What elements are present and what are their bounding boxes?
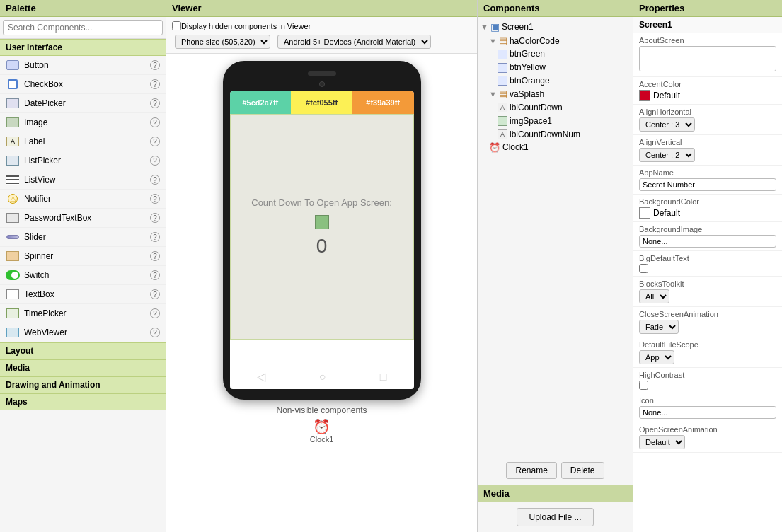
- passwordtextbox-help[interactable]: ?: [150, 213, 160, 223]
- android-version-select[interactable]: Android 5+ Devices (Android Material): [277, 35, 431, 49]
- hidden-components-checkbox[interactable]: [172, 21, 181, 30]
- prop-closescreenanimation-select[interactable]: Fade: [639, 320, 679, 334]
- palette-item-button[interactable]: Button ?: [0, 56, 166, 75]
- prop-bigdefaulttext: BigDefaultText: [633, 251, 782, 277]
- folder-icon: ▤: [499, 35, 507, 46]
- recent-btn[interactable]: □: [380, 371, 387, 383]
- tree-vasplash[interactable]: ▼ ▤ vaSplash: [478, 87, 633, 100]
- palette-item-timepicker[interactable]: TimePicker ?: [0, 304, 166, 323]
- prop-aboutscreen-input[interactable]: [639, 46, 776, 71]
- home-btn[interactable]: ○: [319, 371, 326, 383]
- webviewer-help[interactable]: ?: [150, 328, 160, 337]
- prop-highcontrast-checkbox[interactable]: [639, 381, 648, 390]
- palette-item-image[interactable]: Image ?: [0, 113, 166, 132]
- datepicker-help[interactable]: ?: [150, 98, 160, 108]
- prop-alignhorizontal-label: AlignHorizontal: [639, 108, 776, 116]
- prop-accentcolor-row: Default: [639, 90, 776, 101]
- palette-item-passwordtextbox[interactable]: PasswordTextBox ?: [0, 209, 166, 228]
- slider-help[interactable]: ?: [150, 232, 160, 242]
- palette-item-label[interactable]: A Label ?: [0, 132, 166, 151]
- prop-accentcolor: AccentColor Default: [633, 77, 782, 105]
- switch-help[interactable]: ?: [150, 270, 160, 280]
- tree-vasplash-label: vaSplash: [510, 89, 544, 99]
- palette-item-listview[interactable]: ListView ?: [0, 170, 166, 190]
- image-help[interactable]: ?: [150, 117, 160, 127]
- btn-yellow[interactable]: #fcf055ff: [291, 91, 352, 114]
- tree-hacolorcode[interactable]: ▼ ▤ haColorCode: [478, 34, 633, 47]
- tree-screen1-label: Screen1: [502, 22, 534, 32]
- label-icon: A: [6, 134, 20, 149]
- back-btn[interactable]: ◁: [257, 370, 265, 383]
- tree-hacolorcode-label: haColorCode: [510, 36, 560, 46]
- rename-button[interactable]: Rename: [506, 462, 556, 479]
- viewer-panel: Viewer Display hidden components in View…: [166, 0, 478, 532]
- palette-item-datepicker-label: DatePicker: [24, 98, 150, 108]
- tree-lblcountdown-label: lblCountDown: [510, 103, 563, 112]
- delete-button[interactable]: Delete: [561, 462, 604, 479]
- prop-backgroundimage-input[interactable]: [639, 235, 776, 248]
- timepicker-help[interactable]: ?: [150, 308, 160, 318]
- prop-bigdefaulttext-checkbox[interactable]: [639, 264, 648, 273]
- listview-help[interactable]: ?: [150, 175, 160, 185]
- tree-clock1[interactable]: ⏰ Clock1: [478, 141, 633, 154]
- tree-lblcountdownnum[interactable]: A lblCountDownNum: [478, 127, 633, 141]
- clock1-label: Clock1: [276, 435, 367, 444]
- tree-btnyellow[interactable]: btnYellow: [478, 61, 633, 74]
- notifier-help[interactable]: ?: [150, 194, 160, 204]
- search-input[interactable]: [3, 20, 163, 35]
- palette-header: Palette: [0, 0, 166, 17]
- palette-item-notifier[interactable]: ⚠ Notifier ?: [0, 190, 166, 209]
- tree-lblcountdown[interactable]: A lblCountDown: [478, 100, 633, 114]
- palette-item-slider[interactable]: Slider ?: [0, 228, 166, 247]
- palette-item-checkbox[interactable]: CheckBox ?: [0, 75, 166, 94]
- palette-item-textbox[interactable]: TextBox ?: [0, 285, 166, 304]
- checkbox-help[interactable]: ?: [150, 79, 160, 89]
- prop-alignhorizontal-select[interactable]: Center : 3: [639, 117, 695, 132]
- button-help[interactable]: ?: [150, 60, 160, 70]
- prop-openscreenanimation: OpenScreenAnimation Default: [633, 422, 782, 453]
- palette-scroll: User Interface Button ? CheckBox ? DateP…: [0, 39, 166, 532]
- switch-icon: [6, 268, 20, 282]
- btn-green[interactable]: #5cd2a7ff: [230, 91, 292, 114]
- label-help[interactable]: ?: [150, 137, 160, 146]
- backgroundcolor-swatch[interactable]: [639, 207, 650, 219]
- tree-btngreen[interactable]: btnGreen: [478, 47, 633, 61]
- upload-button[interactable]: Upload File ...: [517, 508, 593, 526]
- components-header: Components: [478, 0, 633, 17]
- collapse-icon3: ▼: [489, 90, 497, 98]
- tree-btnyellow-label: btnYellow: [510, 62, 546, 72]
- media-content: Upload File ...: [478, 502, 633, 532]
- tree-imgspace1-label: imgSpace1: [510, 116, 552, 126]
- prop-backgroundcolor: BackgroundColor Default: [633, 195, 782, 222]
- phone-size-select[interactable]: Phone size (505,320): [175, 35, 270, 49]
- prop-defaultfilescope-select[interactable]: App: [639, 350, 674, 364]
- palette-section-media: Media: [0, 359, 166, 376]
- prop-alignhorizontal: AlignHorizontal Center : 3: [633, 105, 782, 135]
- btn-icon1: [498, 49, 510, 59]
- palette-item-datepicker[interactable]: DatePicker ?: [0, 94, 166, 113]
- prop-alignvertical-select[interactable]: Center : 2: [639, 148, 695, 162]
- palette-item-slider-label: Slider: [24, 232, 150, 242]
- palette-item-webviewer[interactable]: WebViewer ?: [0, 323, 166, 342]
- palette-item-switch[interactable]: Switch ?: [0, 266, 166, 285]
- app-content: Count Down To Open App Screen: 0: [230, 114, 414, 340]
- palette-item-listpicker-label: ListPicker: [24, 156, 150, 166]
- palette-item-spinner[interactable]: Spinner ?: [0, 247, 166, 266]
- prop-blockstoolkit-select[interactable]: All: [639, 289, 669, 303]
- prop-icon-input[interactable]: [639, 406, 776, 419]
- search-box-container: [0, 17, 166, 39]
- listpicker-help[interactable]: ?: [150, 156, 160, 166]
- btn-orange[interactable]: #f39a39ff: [352, 91, 414, 114]
- accentcolor-swatch[interactable]: [639, 90, 650, 101]
- palette-item-checkbox-label: CheckBox: [24, 79, 150, 89]
- tree-screen1[interactable]: ▼ ▣ Screen1: [478, 20, 633, 34]
- tree-btnorange[interactable]: btnOrange: [478, 74, 633, 88]
- spinner-help[interactable]: ?: [150, 251, 160, 261]
- tree-imgspace1[interactable]: imgSpace1: [478, 114, 633, 127]
- textbox-help[interactable]: ?: [150, 289, 160, 299]
- prop-openscreenanimation-select[interactable]: Default: [639, 435, 685, 449]
- prop-backgroundcolor-row: Default: [639, 207, 776, 219]
- palette-item-listpicker[interactable]: ListPicker ?: [0, 151, 166, 170]
- prop-appname-input[interactable]: [639, 178, 776, 191]
- textbox-icon: [6, 287, 20, 301]
